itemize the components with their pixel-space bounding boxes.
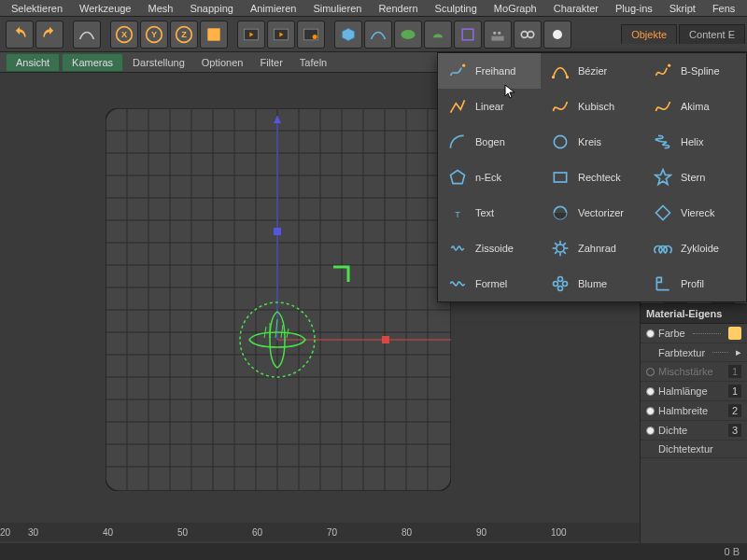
undo-button[interactable] [6, 21, 34, 49]
prop-mischstaerke: Mischstärke1 [641, 362, 747, 382]
spline-dropdown-button[interactable] [364, 21, 392, 49]
svg-point-68 [557, 245, 564, 252]
tab-objekte[interactable]: Objekte [621, 24, 677, 44]
svg-text:T: T [455, 210, 460, 219]
svg-point-78 [558, 287, 563, 291]
environment-button[interactable] [484, 21, 512, 49]
redo-button[interactable] [35, 21, 63, 49]
svg-line-76 [563, 243, 566, 245]
menu-selektieren[interactable]: Selektieren [4, 1, 70, 16]
star-icon [653, 167, 673, 188]
menu-rendern[interactable]: Rendern [371, 1, 425, 16]
svg-rect-15 [491, 35, 503, 40]
svg-marker-83 [656, 206, 670, 220]
ansicht-menu[interactable]: Ansicht [6, 53, 60, 72]
tab-content[interactable]: Content E [679, 24, 745, 44]
spline-bezier[interactable]: Bézier [541, 53, 643, 89]
spline-neck[interactable]: n-Eck [438, 160, 541, 195]
spline-stern[interactable]: Stern [643, 160, 746, 195]
menu-simulieren[interactable]: Simulieren [305, 1, 369, 16]
coord-button[interactable] [200, 21, 228, 49]
svg-rect-6 [207, 28, 219, 40]
arc-icon [447, 132, 468, 152]
spline-linear[interactable]: Linear [438, 89, 541, 124]
svg-rect-14 [462, 29, 473, 40]
menu-animieren[interactable]: Animieren [243, 1, 304, 16]
menu-sculpting[interactable]: Sculpting [428, 1, 485, 16]
axis-z-button[interactable]: Z [170, 21, 198, 49]
svg-point-18 [521, 31, 528, 37]
menu-fenster[interactable]: Fens [705, 1, 742, 16]
spline-kubisch[interactable]: Kubisch [541, 89, 643, 124]
spline-vectorizer[interactable]: Vectorizer [541, 195, 643, 231]
menu-plugins[interactable]: Plug-ins [608, 1, 660, 16]
bspline-icon [653, 61, 673, 81]
spline-zissoide[interactable]: Zissoide [438, 231, 541, 266]
axis-x-button[interactable]: X [110, 21, 138, 49]
main-menu-bar: Selektieren Werkzeuge Mesh Snapping Anim… [0, 0, 747, 17]
spline-bogen[interactable]: Bogen [438, 124, 541, 160]
akima-icon [653, 96, 673, 117]
spline-blume[interactable]: Blume [541, 266, 643, 301]
spline-bspline[interactable]: B-Spline [643, 53, 746, 89]
spline-tool-button[interactable] [73, 21, 101, 49]
svg-point-19 [528, 31, 534, 37]
z-axis-handle [274, 228, 281, 235]
spline-formel[interactable]: Formel [438, 266, 541, 301]
spline-kreis[interactable]: Kreis [541, 124, 643, 160]
menu-werkzeuge[interactable]: Werkzeuge [72, 1, 138, 16]
spline-freihand[interactable]: Freihand [438, 53, 541, 89]
text-icon: T [447, 203, 468, 223]
svg-text:Z: Z [181, 30, 187, 39]
menu-mograph[interactable]: MoGraph [486, 1, 544, 16]
deformer-button[interactable] [454, 21, 482, 49]
axis-y-button[interactable]: Y [140, 21, 168, 49]
optionen-menu[interactable]: Optionen [194, 54, 251, 71]
svg-rect-66 [554, 173, 566, 182]
timeline-ruler[interactable]: 20 30 40 50 60 70 80 90 100 [0, 523, 640, 541]
svg-point-77 [558, 277, 563, 282]
spline-zykloide[interactable]: Zykloide [643, 231, 746, 266]
svg-point-60 [462, 64, 465, 67]
darstellung-menu[interactable]: Darstellung [125, 54, 192, 71]
spline-akima[interactable]: Akima [643, 89, 746, 124]
nurbs-button[interactable] [394, 21, 422, 49]
menu-charakter[interactable]: Charakter [546, 1, 606, 16]
svg-point-79 [554, 282, 558, 287]
render-preview-button[interactable] [237, 21, 265, 49]
spline-helix[interactable]: Helix [643, 124, 746, 160]
bezier-icon [550, 61, 571, 81]
prop-dichte[interactable]: Dichte3 [641, 421, 747, 441]
menu-snapping[interactable]: Snapping [182, 1, 241, 16]
prop-halmbreite[interactable]: Halmbreite2 [641, 401, 747, 421]
spline-profil[interactable]: Profil [643, 266, 746, 301]
menu-skript[interactable]: Skript [662, 1, 703, 16]
prop-dichtetextur[interactable]: Dichtetextur [641, 441, 747, 458]
svg-point-12 [313, 35, 317, 39]
svg-point-17 [498, 31, 500, 34]
render-settings-button[interactable] [297, 21, 325, 49]
cube-primitive-button[interactable] [334, 21, 362, 49]
status-bar: 0 B [0, 543, 747, 560]
tafeln-menu[interactable]: Tafeln [292, 54, 334, 71]
prop-farbe[interactable]: Farbe [641, 324, 747, 343]
flower-icon [550, 273, 571, 294]
menu-mesh[interactable]: Mesh [140, 1, 180, 16]
spline-zahnrad[interactable]: Zahnrad [541, 231, 643, 266]
render-region-button[interactable] [267, 21, 295, 49]
status-size: 0 B [724, 546, 740, 557]
vectorizer-icon [550, 203, 571, 223]
spline-text[interactable]: TText [438, 195, 541, 231]
svg-text:Y: Y [151, 30, 157, 39]
spline-viereck[interactable]: Viereck [643, 195, 746, 231]
color-swatch-icon[interactable] [728, 327, 741, 340]
kameras-menu[interactable]: Kameras [62, 53, 123, 72]
x-axis-handle [382, 336, 389, 343]
spline-rechteck[interactable]: Rechteck [541, 160, 643, 195]
modeling-button[interactable] [424, 21, 452, 49]
camera-button[interactable] [514, 21, 542, 49]
prop-farbtextur[interactable]: Farbtextur▸ [641, 343, 747, 362]
filter-menu[interactable]: Filter [252, 54, 289, 71]
prop-halmlaenge[interactable]: Halmlänge1 [641, 382, 747, 401]
light-button[interactable] [543, 21, 571, 49]
